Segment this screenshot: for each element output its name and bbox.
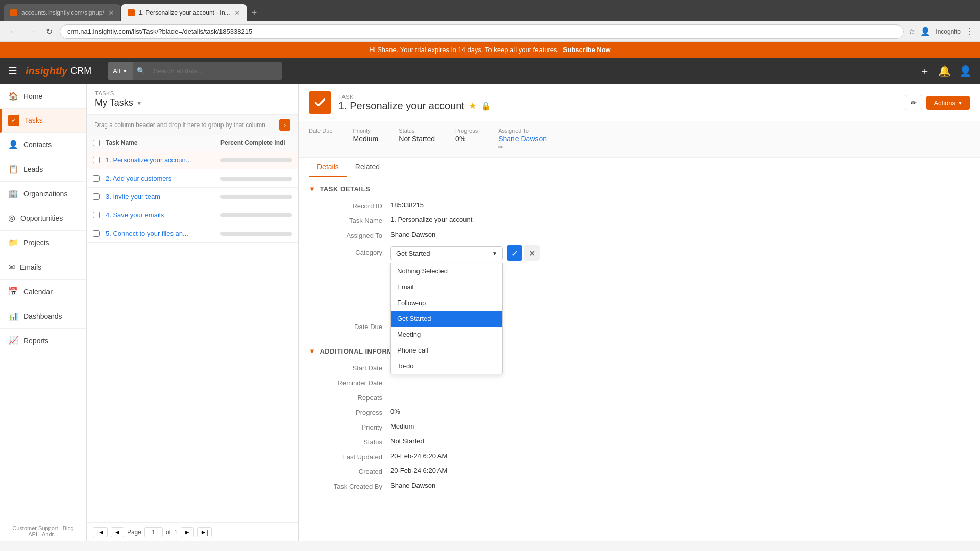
footer-android-link[interactable]: Andr... xyxy=(42,531,58,537)
task-5-link[interactable]: 5. Connect to your files an... xyxy=(106,230,220,237)
dropdown-item-nothing[interactable]: Nothing Selected xyxy=(391,263,502,279)
dropdown-item-todo[interactable]: To-do xyxy=(391,358,502,374)
sidebar-item-dashboards[interactable]: 📊 Dashboards xyxy=(0,304,86,329)
dropdown-item-phonecall[interactable]: Phone call xyxy=(391,342,502,358)
field-label-status: Status xyxy=(309,437,390,446)
last-page-button[interactable]: ►| xyxy=(197,527,212,537)
additional-toggle-icon[interactable]: ▼ xyxy=(309,347,315,355)
section-toggle-icon[interactable]: ▼ xyxy=(309,185,315,193)
task-section-label: TASK xyxy=(338,94,491,100)
assigned-to-edit-icon[interactable]: ✏ xyxy=(498,144,547,151)
actions-label: Actions xyxy=(934,99,955,107)
select-all-checkbox[interactable] xyxy=(93,140,100,146)
sidebar-item-emails[interactable]: ✉ Emails xyxy=(0,255,86,280)
prev-page-button[interactable]: ◄ xyxy=(111,527,124,537)
task-row[interactable]: 3. Invite your team xyxy=(87,188,298,206)
sidebar-item-contacts[interactable]: 👤 Contacts xyxy=(0,133,86,157)
sidebar-item-organizations[interactable]: 🏢 Organizations xyxy=(0,182,86,206)
field-label-progress: Progress xyxy=(309,408,390,416)
category-confirm-buttons: ✓ ✕ xyxy=(507,245,540,261)
field-row-repeats: Repeats xyxy=(309,393,970,402)
task-1-checkbox[interactable] xyxy=(93,157,100,163)
menu-icon[interactable]: ⋮ xyxy=(966,27,974,36)
user-avatar[interactable]: 👤 xyxy=(959,65,972,77)
sidebar-item-reports[interactable]: 📈 Reports xyxy=(0,329,86,353)
task-row[interactable]: 1. Personalize your accoun... xyxy=(87,151,298,169)
task-row[interactable]: 4. Save your emails xyxy=(87,206,298,224)
brand-logo: insightly xyxy=(26,65,67,77)
task-5-checkbox[interactable] xyxy=(93,230,100,237)
sidebar-item-calendar[interactable]: 📅 Calendar xyxy=(0,280,86,304)
search-all-button[interactable]: All ▼ xyxy=(108,62,132,80)
reload-button[interactable]: ↻ xyxy=(43,26,56,37)
add-icon[interactable]: ＋ xyxy=(920,64,930,78)
forward-button[interactable]: → xyxy=(24,26,39,37)
browser-tab-2[interactable]: 1. Personalize your account - In... ✕ xyxy=(121,4,247,21)
field-row-progress: Progress 0% xyxy=(309,408,970,416)
tab-details[interactable]: Details xyxy=(309,158,347,177)
url-bar[interactable] xyxy=(60,24,904,39)
task-2-checkbox[interactable] xyxy=(93,175,100,182)
search-input[interactable] xyxy=(150,67,282,75)
task-detail-panel: TASK 1. Personalize your account ★ 🔒 ✏ A… xyxy=(299,84,980,541)
tab1-close[interactable]: ✕ xyxy=(108,9,114,17)
new-tab-button[interactable]: + xyxy=(248,6,261,20)
task-4-link[interactable]: 4. Save your emails xyxy=(106,211,220,219)
task-1-link[interactable]: 1. Personalize your accoun... xyxy=(106,156,220,164)
star-icon[interactable]: ★ xyxy=(469,100,477,111)
profile-icon[interactable]: 👤 xyxy=(920,27,930,36)
dropdown-item-followup[interactable]: Follow-up xyxy=(391,295,502,311)
contacts-icon: 👤 xyxy=(8,140,18,149)
expand-panel-button[interactable]: › xyxy=(279,119,290,131)
category-cancel-button[interactable]: ✕ xyxy=(524,245,540,261)
edit-button[interactable]: ✏ xyxy=(905,95,922,110)
page-input[interactable] xyxy=(144,527,163,537)
field-row-priority: Priority Medium xyxy=(309,422,970,431)
task-3-checkbox[interactable] xyxy=(93,193,100,200)
hamburger-icon[interactable]: ☰ xyxy=(8,65,17,77)
footer-api-link[interactable]: API xyxy=(28,531,37,537)
category-confirm-check-button[interactable]: ✓ xyxy=(507,245,522,261)
tab-related[interactable]: Related xyxy=(347,158,388,177)
dropdown-item-getstarted[interactable]: Get Started xyxy=(391,311,502,327)
sidebar-item-projects[interactable]: 📁 Projects xyxy=(0,231,86,255)
next-page-button[interactable]: ► xyxy=(181,527,194,537)
actions-button[interactable]: Actions ▼ xyxy=(926,96,970,110)
footer-blog-link[interactable]: Blog xyxy=(63,525,74,531)
task-4-checkbox[interactable] xyxy=(93,212,100,218)
task-title-text: 1. Personalize your account xyxy=(338,100,464,112)
category-select-display[interactable]: Get Started ▼ xyxy=(390,246,503,260)
back-button[interactable]: ← xyxy=(6,26,20,37)
priority-value: Medium xyxy=(353,135,378,143)
sidebar-item-leads[interactable]: 📋 Leads xyxy=(0,157,86,182)
field-label-task-created-by: Task Created By xyxy=(309,482,390,490)
assigned-to-value[interactable]: Shane Dawson xyxy=(498,135,547,143)
task-3-link[interactable]: 3. Invite your team xyxy=(106,193,220,201)
sidebar-item-opportunities[interactable]: ◎ Opportunities xyxy=(0,206,86,231)
section-header-task-details: ▼ TASK DETAILS xyxy=(309,185,970,193)
pagination: |◄ ◄ Page of 1 ► ►| xyxy=(87,522,298,541)
browser-toolbar-icons: ☆ 👤 Incognito ⋮ xyxy=(908,27,974,36)
footer-support-link[interactable]: Customer Support xyxy=(12,525,58,531)
task-row[interactable]: 2. Add your customers xyxy=(87,169,298,188)
task-2-link[interactable]: 2. Add your customers xyxy=(106,174,220,182)
dropdown-item-email[interactable]: Email xyxy=(391,279,502,295)
leads-icon: 📋 xyxy=(8,164,18,174)
dropdown-item-meeting[interactable]: Meeting xyxy=(391,327,502,342)
first-page-button[interactable]: |◄ xyxy=(93,527,108,537)
task-row[interactable]: 5. Connect to your files an... xyxy=(87,224,298,243)
tab2-favicon xyxy=(128,9,135,16)
bookmark-icon[interactable]: ☆ xyxy=(908,27,915,36)
browser-tab-1[interactable]: accounts.insightly.com/signup/ ✕ xyxy=(4,4,120,21)
notifications-icon[interactable]: 🔔 xyxy=(938,65,951,77)
sidebar-item-home[interactable]: 🏠 Home xyxy=(0,84,86,109)
lock-icon[interactable]: 🔒 xyxy=(481,101,491,111)
field-label-last-updated: Last Updated xyxy=(309,452,390,461)
calendar-icon: 📅 xyxy=(8,287,18,296)
sidebar-item-tasks[interactable]: ✓ Tasks xyxy=(0,109,86,133)
brand: insightly CRM xyxy=(26,65,91,77)
panel-title-dropdown-icon[interactable]: ▼ xyxy=(136,99,142,107)
tab2-close[interactable]: ✕ xyxy=(234,9,240,17)
sidebar-item-label: Leads xyxy=(23,165,43,173)
subscribe-link[interactable]: Subscribe Now xyxy=(563,46,611,54)
